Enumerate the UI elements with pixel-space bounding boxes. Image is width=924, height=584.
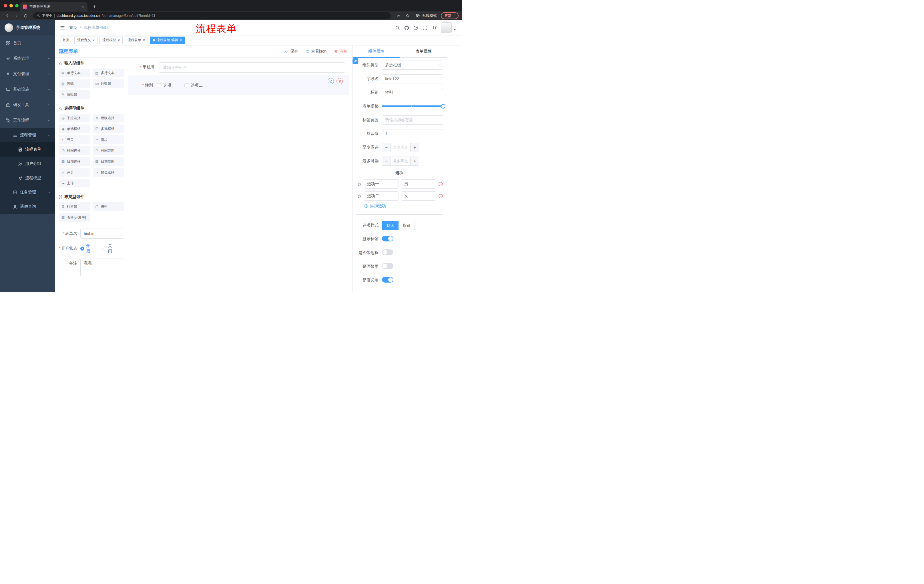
search-icon[interactable] [395, 25, 400, 30]
avatar[interactable] [441, 22, 452, 33]
toggle-switch-3[interactable] [382, 277, 393, 283]
component-date[interactable]: ▦日期选择 [59, 157, 90, 166]
drag-handle-icon[interactable] [357, 194, 361, 198]
update-button[interactable]: 更新 ⋮ [441, 12, 459, 19]
component-multi-text[interactable]: ▤多行文本 [92, 69, 124, 77]
forward-button[interactable] [13, 12, 20, 19]
component-rate[interactable]: ☆评分 [59, 168, 90, 176]
increment-button[interactable]: + [410, 143, 419, 152]
field-phone[interactable]: 手机号 [130, 62, 345, 72]
component-radio-group[interactable]: ◉单选框组 [59, 125, 90, 133]
sidebar-item-process-form[interactable]: 流程表单 [0, 142, 55, 156]
remove-option-icon[interactable] [438, 194, 443, 199]
tag-item[interactable]: 流程表单× [125, 36, 148, 44]
bookmark-star-icon[interactable] [404, 12, 411, 19]
save-button[interactable]: 保存 [285, 49, 298, 54]
component-date-range[interactable]: ▦日期范围 [92, 157, 124, 166]
remove-option-icon[interactable] [438, 182, 443, 187]
field-name-input[interactable] [382, 74, 443, 84]
link-icon[interactable] [353, 58, 358, 64]
tag-item[interactable]: 流程模型× [99, 36, 123, 44]
copy-component-button[interactable] [328, 78, 334, 84]
option-style-button-button[interactable]: 按钮 [399, 221, 415, 230]
sidebar-item-home[interactable]: 首页 [0, 35, 55, 51]
component-checkbox-group[interactable]: ☑多选框组 [92, 125, 124, 133]
browser-tab[interactable]: 芋道管理系统 × [20, 2, 87, 12]
font-size-icon[interactable]: TT [432, 25, 437, 30]
option-style-default-button[interactable]: 默认 [382, 221, 399, 230]
sidebar-item-workflow[interactable]: 工作流程 [0, 113, 55, 128]
component-button[interactable]: ▢按钮 [92, 202, 124, 211]
option2-value-input[interactable] [401, 191, 436, 201]
component-password[interactable]: ▧密码 [59, 79, 90, 88]
component-time[interactable]: ◷时间选择 [59, 146, 90, 155]
toggle-switch-2[interactable] [382, 263, 393, 269]
default-value-input[interactable] [382, 129, 443, 138]
address-bar[interactable]: 不安全 dashboard.yudao.iocoder.cn/bpm/manag… [33, 12, 391, 19]
tag-item[interactable]: 流程表单-编辑× [150, 36, 185, 44]
sidebar-item-user-group[interactable]: 用户分组 [0, 156, 55, 171]
drag-handle-icon[interactable] [357, 182, 361, 186]
option1-label-input[interactable] [364, 179, 399, 189]
delete-component-button[interactable] [337, 78, 343, 84]
slider-track[interactable] [382, 105, 443, 107]
component-slider[interactable]: ⊸滑块 [92, 135, 124, 144]
sidebar-item-leave-query[interactable]: 请假查询 [0, 199, 55, 214]
decrement-button[interactable]: − [382, 157, 391, 165]
sidebar-item-infra[interactable]: 基础设施 [0, 82, 55, 97]
option1-value-input[interactable] [401, 179, 436, 189]
sidebar-item-system[interactable]: 系统管理 [0, 51, 55, 66]
option2-label-input[interactable] [364, 191, 399, 201]
component-switch[interactable]: ◐开关 [59, 135, 90, 144]
status-off-radio[interactable]: 关闭 [102, 243, 116, 254]
window-zoom-button[interactable] [15, 4, 18, 7]
slider-handle[interactable] [441, 104, 446, 109]
component-counter[interactable]: 123计数器 [92, 79, 124, 88]
component-select[interactable]: ◎下拉选择 [59, 114, 90, 122]
toggle-switch-0[interactable] [382, 236, 393, 242]
hamburger-icon[interactable] [55, 25, 69, 30]
sidebar-item-payment[interactable]: ¥支付管理 [0, 66, 55, 82]
phone-input[interactable] [159, 62, 345, 72]
component-single-text[interactable]: ▭单行文本 [59, 69, 90, 77]
decrement-button[interactable]: − [382, 143, 391, 152]
view-json-button[interactable]: 查看json [305, 49, 327, 54]
gender-option1-checkbox[interactable]: 选项一 [157, 83, 175, 88]
breadcrumb-home[interactable]: 首页 [69, 25, 77, 30]
close-icon[interactable]: × [118, 38, 120, 42]
help-icon[interactable] [413, 25, 418, 30]
status-on-radio[interactable]: 开启 [80, 243, 94, 254]
remark-textarea[interactable]: 嘿嘿 [80, 258, 124, 276]
tag-item[interactable]: 首页 [60, 36, 72, 44]
sidebar-item-task-mgmt[interactable]: 任务管理 [0, 185, 55, 199]
back-button[interactable] [3, 12, 11, 19]
component-type-select[interactable]: 多选框组 [382, 61, 443, 70]
grid-slider[interactable] [382, 102, 443, 111]
password-key-icon[interactable] [395, 12, 402, 19]
tab-close-icon[interactable]: × [81, 5, 85, 9]
tag-item[interactable]: 流程定义× [74, 36, 97, 44]
label-width-input[interactable] [382, 115, 443, 125]
component-upload[interactable]: ☁上传 [59, 179, 90, 188]
new-tab-button[interactable] [91, 4, 97, 10]
gender-option2-checkbox[interactable]: 选项二 [185, 83, 203, 88]
clear-button[interactable]: 清空 [334, 49, 347, 54]
caret-down-icon[interactable]: ▾ [454, 28, 456, 31]
sidebar-item-process-model[interactable]: 流程模型 [0, 171, 55, 185]
close-icon[interactable]: × [143, 38, 145, 42]
menu-kebab-icon[interactable]: ⋮ [453, 14, 457, 18]
tab-form-props[interactable]: 表单属性 [400, 45, 447, 58]
window-minimize-button[interactable] [10, 4, 13, 7]
toggle-switch-1[interactable] [382, 249, 393, 255]
reload-button[interactable] [22, 12, 29, 19]
component-color[interactable]: ◑颜色选择 [92, 168, 124, 176]
component-table[interactable]: ▦表格[开发中] [59, 213, 90, 222]
tab-component-props[interactable]: 组件属性 [353, 45, 400, 58]
sidebar-item-process-mgmt[interactable]: 流程管理 [0, 128, 55, 142]
form-name-input[interactable] [80, 229, 124, 239]
component-cascader[interactable]: ⋔级联选择 [92, 114, 124, 122]
fullscreen-icon[interactable] [422, 25, 427, 30]
close-icon[interactable]: × [92, 38, 95, 42]
component-editor[interactable]: ✎编辑器 [59, 90, 90, 99]
sidebar-item-devtools[interactable]: 研发工具 [0, 97, 55, 113]
